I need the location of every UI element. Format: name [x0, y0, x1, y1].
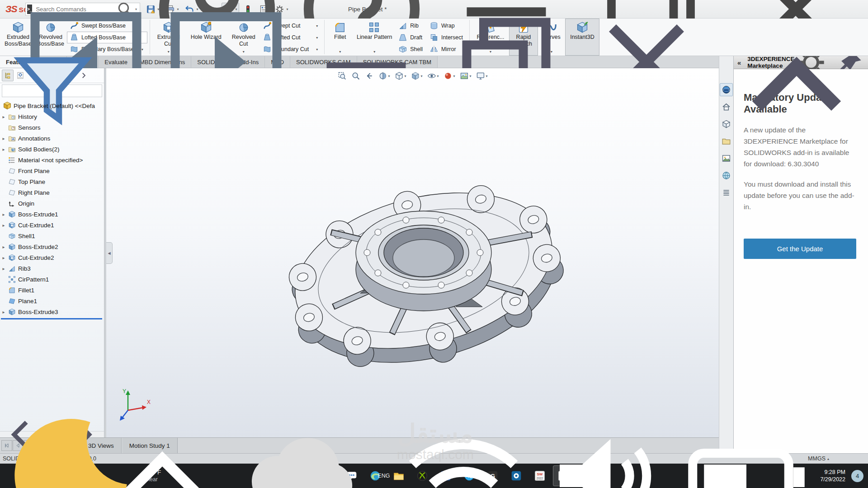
folder-cube-icon: [7, 145, 16, 153]
expand-arrow-icon[interactable]: [0, 266, 7, 271]
notification-badge[interactable]: 4: [851, 470, 863, 482]
view-tool-display-style[interactable]: [410, 70, 423, 81]
volume-icon[interactable]: [537, 408, 673, 488]
task-pane-tab-view-palette[interactable]: [720, 169, 733, 182]
material-icon: [7, 156, 16, 164]
hidden-icons-chevron[interactable]: [94, 408, 230, 488]
system-tray: ENG 9:28 PM 7/29/2022 4: [94, 464, 863, 488]
boss-extrude-icon: [7, 308, 16, 316]
hs-eye-icon: [427, 71, 436, 80]
cut-extrude-icon: [7, 254, 16, 262]
shell-t-icon: [7, 232, 16, 240]
hs-appearance-icon: [443, 71, 453, 80]
boss-extrude-icon: [7, 211, 16, 218]
graphics-area[interactable]: ◀: [106, 68, 719, 437]
tree-item-history[interactable]: History: [0, 111, 104, 122]
hs-scene-icon: [460, 71, 469, 80]
fillet-t-icon: [7, 286, 16, 294]
tp-list-icon: [722, 188, 731, 197]
collapse-ribbon-icon[interactable]: [729, 21, 864, 157]
tree-item-right-plane[interactable]: Right Plane: [0, 187, 104, 198]
tree-item-front-plane[interactable]: Front Plane: [0, 165, 104, 176]
tree-item-cut-extrude1[interactable]: Cut-Extrude1: [0, 220, 104, 230]
tree-item-cirpattern1[interactable]: CirPattern1: [0, 274, 104, 285]
view-tool-view-settings[interactable]: [475, 70, 489, 81]
hs-prev-icon: [364, 71, 373, 80]
expand-arrow-icon[interactable]: [0, 114, 7, 119]
notice-body-2: You must download and install this updat…: [744, 178, 854, 212]
plane-blue-icon: [7, 297, 16, 305]
tree-item-cut-extrude2[interactable]: Cut-Extrude2: [0, 252, 104, 263]
tree-item-boss-extrude3[interactable]: Boss-Extrude3: [0, 306, 104, 317]
hs-zoomarea-icon: [351, 71, 360, 80]
wifi-icon[interactable]: [396, 408, 531, 488]
hs-cube-icon: [394, 71, 403, 80]
clock-time: 9:28 PM: [820, 469, 845, 476]
battery-icon[interactable]: [679, 408, 814, 488]
expand-arrow-icon[interactable]: [0, 212, 7, 217]
expand-arrow-icon[interactable]: [0, 147, 7, 152]
expand-arrow-icon[interactable]: [0, 255, 7, 260]
heads-up-toolbar: [336, 70, 488, 81]
task-pane-tab-custom-properties[interactable]: [720, 186, 733, 199]
tp-globe-icon: [722, 171, 731, 180]
tree-item-boss-extrude2[interactable]: Boss-Extrude2: [0, 241, 104, 252]
command-manager-tabs: Features Sketch Markup Evaluate MBD Dime…: [0, 56, 719, 68]
hs-display-icon: [410, 71, 420, 80]
plane-icon: [7, 189, 16, 197]
view-tool-apply-scene[interactable]: [459, 70, 472, 81]
hs-section-icon: [378, 71, 387, 80]
boss-extrude-icon: [7, 243, 16, 251]
tree-item-origin[interactable]: Origin: [0, 198, 104, 209]
tree-item-annotations[interactable]: Annotations: [0, 133, 104, 144]
rib-t-icon: [7, 265, 16, 272]
cirpattern-icon: [7, 276, 16, 283]
onedrive-icon[interactable]: [236, 408, 372, 488]
solidworks-window: ЗS SOLIDWORKS ▸: [0, 0, 868, 488]
hs-settings-icon: [476, 71, 485, 80]
clock[interactable]: 9:28 PM 7/29/2022: [820, 469, 845, 483]
view-tool-zoom-to-fit[interactable]: [336, 70, 347, 81]
pipe-bracket-model[interactable]: [279, 158, 573, 397]
tree-item-material-not-specified[interactable]: Material <not specified>: [0, 155, 104, 165]
expand-arrow-icon[interactable]: [0, 136, 7, 141]
tree-root-part[interactable]: Pipe Bracket (Default) <<Defa: [0, 100, 104, 111]
feature-manager-panel: Pipe Bracket (Default) <<Defa History Se…: [0, 68, 104, 437]
tree-item-solid-bodies-2[interactable]: Solid Bodies(2): [0, 144, 104, 155]
language-indicator[interactable]: ENG: [377, 473, 390, 479]
view-tool-section-view[interactable]: [377, 70, 391, 81]
windows-taskbar: 106°F Clear W: [0, 464, 868, 488]
view-tool-hide-show-items[interactable]: [426, 70, 439, 81]
tree-filter-box[interactable]: [2, 84, 102, 97]
plane-icon: [7, 167, 16, 175]
tree-collapse-handle[interactable]: ◀: [106, 242, 113, 264]
expand-arrow-icon[interactable]: [0, 310, 7, 314]
expand-arrow-icon[interactable]: [0, 223, 7, 228]
get-the-update-button[interactable]: Get the Update: [744, 239, 856, 259]
tree-item-shell1[interactable]: Shell1: [0, 230, 104, 241]
logo-mark: ЗS: [5, 4, 17, 14]
expand-arrow-icon[interactable]: [0, 244, 7, 249]
triad-x-label: X: [147, 399, 151, 405]
triad-y-label: Y: [123, 388, 126, 394]
folder-clock-icon: [7, 113, 16, 121]
tree-item-boss-extrude1[interactable]: Boss-Extrude1: [0, 209, 104, 220]
folder-a-icon: [7, 135, 16, 142]
view-tool-zoom-to-area[interactable]: [350, 70, 361, 81]
cut-extrude-icon: [7, 221, 16, 229]
clock-date: 7/29/2022: [820, 476, 845, 483]
hs-zoomfit-icon: [337, 71, 346, 80]
tree-item-sensors[interactable]: Sensors: [0, 122, 104, 133]
tree-item-rib3[interactable]: Rib3: [0, 263, 104, 274]
view-tool-view-orientation[interactable]: [393, 70, 407, 81]
folder-gauge-icon: [7, 124, 16, 131]
tree-item-top-plane[interactable]: Top Plane: [0, 176, 104, 187]
view-tool-edit-appearance[interactable]: [443, 70, 456, 81]
feature-tree: Pipe Bracket (Default) <<Defa History Se…: [0, 99, 104, 437]
tree-item-plane1[interactable]: Plane1: [0, 296, 104, 306]
rollback-bar[interactable]: [1, 318, 102, 319]
part-icon: [3, 101, 12, 110]
view-tool-previous-view[interactable]: [363, 70, 374, 81]
origin-icon: [7, 200, 16, 207]
tree-item-fillet1[interactable]: Fillet1: [0, 285, 104, 296]
